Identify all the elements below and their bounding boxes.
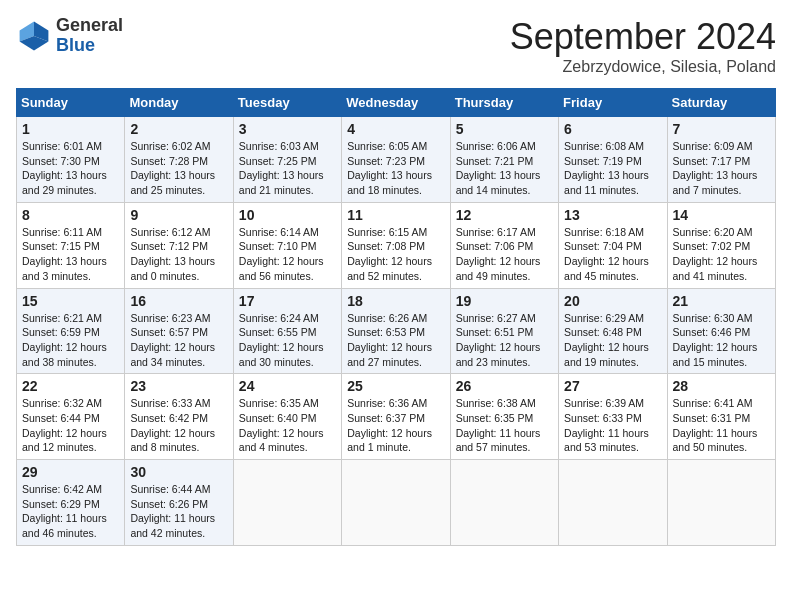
day-number: 16 bbox=[130, 293, 227, 309]
day-number: 18 bbox=[347, 293, 444, 309]
day-number: 15 bbox=[22, 293, 119, 309]
day-info-line: Daylight: 12 hours bbox=[673, 254, 770, 269]
calendar-table: SundayMondayTuesdayWednesdayThursdayFrid… bbox=[16, 88, 776, 546]
day-number: 4 bbox=[347, 121, 444, 137]
day-info-line: and 12 minutes. bbox=[22, 440, 119, 455]
day-info-line: Sunrise: 6:36 AM bbox=[347, 396, 444, 411]
month-title: September 2024 bbox=[510, 16, 776, 58]
weekday-header: Saturday bbox=[667, 89, 775, 117]
calendar-cell bbox=[233, 460, 341, 546]
logo-general-text: General bbox=[56, 16, 123, 36]
day-info-line: Daylight: 13 hours bbox=[22, 168, 119, 183]
day-info-line: Sunrise: 6:05 AM bbox=[347, 139, 444, 154]
logo-blue-text: Blue bbox=[56, 36, 123, 56]
day-info-line: Daylight: 12 hours bbox=[347, 254, 444, 269]
day-info-line: and 11 minutes. bbox=[564, 183, 661, 198]
day-number: 8 bbox=[22, 207, 119, 223]
day-info-line: and 45 minutes. bbox=[564, 269, 661, 284]
calendar-cell: 9Sunrise: 6:12 AMSunset: 7:12 PMDaylight… bbox=[125, 202, 233, 288]
day-info-line: Daylight: 13 hours bbox=[673, 168, 770, 183]
day-info-line: Sunset: 6:33 PM bbox=[564, 411, 661, 426]
day-info-line: Daylight: 11 hours bbox=[456, 426, 553, 441]
day-info-line: Sunrise: 6:20 AM bbox=[673, 225, 770, 240]
calendar-cell: 24Sunrise: 6:35 AMSunset: 6:40 PMDayligh… bbox=[233, 374, 341, 460]
day-info-line: Sunrise: 6:41 AM bbox=[673, 396, 770, 411]
day-number: 20 bbox=[564, 293, 661, 309]
day-number: 30 bbox=[130, 464, 227, 480]
day-info-line: Sunset: 6:31 PM bbox=[673, 411, 770, 426]
calendar-cell bbox=[559, 460, 667, 546]
day-info-line: Sunrise: 6:38 AM bbox=[456, 396, 553, 411]
day-info-line: and 8 minutes. bbox=[130, 440, 227, 455]
location: Zebrzydowice, Silesia, Poland bbox=[510, 58, 776, 76]
day-info-line: Sunset: 6:51 PM bbox=[456, 325, 553, 340]
day-number: 10 bbox=[239, 207, 336, 223]
day-info-line: Daylight: 13 hours bbox=[347, 168, 444, 183]
calendar-cell: 28Sunrise: 6:41 AMSunset: 6:31 PMDayligh… bbox=[667, 374, 775, 460]
day-info-line: Sunset: 7:04 PM bbox=[564, 239, 661, 254]
calendar-cell: 2Sunrise: 6:02 AMSunset: 7:28 PMDaylight… bbox=[125, 117, 233, 203]
calendar-cell: 12Sunrise: 6:17 AMSunset: 7:06 PMDayligh… bbox=[450, 202, 558, 288]
calendar-body: 1Sunrise: 6:01 AMSunset: 7:30 PMDaylight… bbox=[17, 117, 776, 546]
day-info-line: Sunset: 6:46 PM bbox=[673, 325, 770, 340]
calendar-cell: 1Sunrise: 6:01 AMSunset: 7:30 PMDaylight… bbox=[17, 117, 125, 203]
calendar-cell: 25Sunrise: 6:36 AMSunset: 6:37 PMDayligh… bbox=[342, 374, 450, 460]
day-info-line: Sunrise: 6:35 AM bbox=[239, 396, 336, 411]
calendar-week-row: 29Sunrise: 6:42 AMSunset: 6:29 PMDayligh… bbox=[17, 460, 776, 546]
day-info-line: and 4 minutes. bbox=[239, 440, 336, 455]
day-info-line: Sunset: 6:55 PM bbox=[239, 325, 336, 340]
calendar-week-row: 1Sunrise: 6:01 AMSunset: 7:30 PMDaylight… bbox=[17, 117, 776, 203]
day-number: 1 bbox=[22, 121, 119, 137]
day-info-line: Daylight: 12 hours bbox=[347, 340, 444, 355]
calendar-cell: 15Sunrise: 6:21 AMSunset: 6:59 PMDayligh… bbox=[17, 288, 125, 374]
day-info-line: and 23 minutes. bbox=[456, 355, 553, 370]
day-number: 9 bbox=[130, 207, 227, 223]
calendar-cell bbox=[342, 460, 450, 546]
day-info-line: and 0 minutes. bbox=[130, 269, 227, 284]
day-info-line: Sunrise: 6:30 AM bbox=[673, 311, 770, 326]
calendar-cell: 20Sunrise: 6:29 AMSunset: 6:48 PMDayligh… bbox=[559, 288, 667, 374]
calendar-week-row: 15Sunrise: 6:21 AMSunset: 6:59 PMDayligh… bbox=[17, 288, 776, 374]
day-info-line: Daylight: 12 hours bbox=[347, 426, 444, 441]
day-info-line: Daylight: 12 hours bbox=[564, 254, 661, 269]
day-info-line: and 1 minute. bbox=[347, 440, 444, 455]
day-info-line: Sunrise: 6:11 AM bbox=[22, 225, 119, 240]
day-info-line: Sunrise: 6:44 AM bbox=[130, 482, 227, 497]
day-info-line: Sunrise: 6:18 AM bbox=[564, 225, 661, 240]
day-info-line: and 49 minutes. bbox=[456, 269, 553, 284]
day-info-line: Sunset: 7:19 PM bbox=[564, 154, 661, 169]
weekday-header: Thursday bbox=[450, 89, 558, 117]
day-info-line: Daylight: 12 hours bbox=[130, 426, 227, 441]
day-info-line: Sunset: 7:28 PM bbox=[130, 154, 227, 169]
day-info-line: Sunset: 7:17 PM bbox=[673, 154, 770, 169]
day-info-line: Daylight: 12 hours bbox=[456, 254, 553, 269]
day-info-line: Daylight: 12 hours bbox=[130, 340, 227, 355]
day-info-line: Daylight: 13 hours bbox=[130, 254, 227, 269]
calendar-cell: 10Sunrise: 6:14 AMSunset: 7:10 PMDayligh… bbox=[233, 202, 341, 288]
day-info-line: Sunrise: 6:29 AM bbox=[564, 311, 661, 326]
weekday-header: Sunday bbox=[17, 89, 125, 117]
day-info-line: Sunrise: 6:42 AM bbox=[22, 482, 119, 497]
calendar-cell: 26Sunrise: 6:38 AMSunset: 6:35 PMDayligh… bbox=[450, 374, 558, 460]
calendar-cell: 3Sunrise: 6:03 AMSunset: 7:25 PMDaylight… bbox=[233, 117, 341, 203]
day-info-line: Sunset: 6:29 PM bbox=[22, 497, 119, 512]
day-info-line: Daylight: 12 hours bbox=[239, 340, 336, 355]
day-info-line: Sunset: 7:25 PM bbox=[239, 154, 336, 169]
day-info-line: Sunrise: 6:27 AM bbox=[456, 311, 553, 326]
day-info-line: and 18 minutes. bbox=[347, 183, 444, 198]
calendar-cell: 19Sunrise: 6:27 AMSunset: 6:51 PMDayligh… bbox=[450, 288, 558, 374]
day-info-line: Sunset: 7:21 PM bbox=[456, 154, 553, 169]
weekday-header: Friday bbox=[559, 89, 667, 117]
day-info-line: Daylight: 13 hours bbox=[22, 254, 119, 269]
calendar-cell: 6Sunrise: 6:08 AMSunset: 7:19 PMDaylight… bbox=[559, 117, 667, 203]
day-info-line: Sunset: 6:42 PM bbox=[130, 411, 227, 426]
day-info-line: Sunset: 6:48 PM bbox=[564, 325, 661, 340]
calendar-cell: 18Sunrise: 6:26 AMSunset: 6:53 PMDayligh… bbox=[342, 288, 450, 374]
day-info-line: Sunrise: 6:17 AM bbox=[456, 225, 553, 240]
header-row: SundayMondayTuesdayWednesdayThursdayFrid… bbox=[17, 89, 776, 117]
calendar-cell: 27Sunrise: 6:39 AMSunset: 6:33 PMDayligh… bbox=[559, 374, 667, 460]
day-info-line: Sunset: 7:02 PM bbox=[673, 239, 770, 254]
day-info-line: Daylight: 12 hours bbox=[239, 254, 336, 269]
day-info-line: and 14 minutes. bbox=[456, 183, 553, 198]
day-number: 29 bbox=[22, 464, 119, 480]
